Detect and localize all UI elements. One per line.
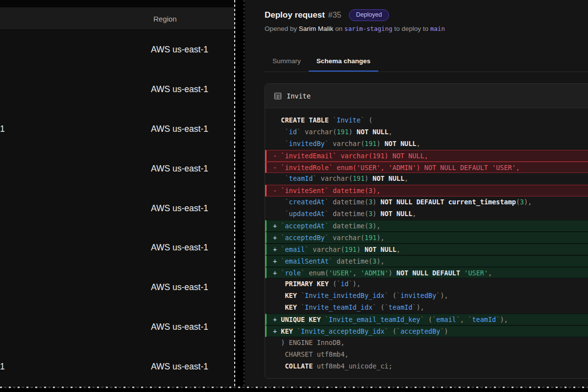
table-row[interactable]: 1AWS us-east-1 [0, 109, 234, 149]
truncated-cell-fragment: 1 [0, 362, 5, 372]
bottom-black-strip [0, 388, 588, 392]
meta-on: on [333, 25, 344, 32]
line-content: `role` enum('USER', 'ADMIN') NOT NULL DE… [281, 268, 492, 278]
table-row[interactable]: AWS us-east-1 [0, 189, 234, 228]
tab-divider [265, 72, 588, 72]
tab-bar: SummarySchema changes [265, 52, 378, 72]
diff-marker [273, 173, 281, 185]
line-content: PRIMARY KEY (`id`), [281, 278, 361, 290]
schema-line-ctx: `createdAt` datetime(3) NOT NULL DEFAULT… [265, 196, 588, 208]
schema-diff-code: CREATE TABLE `Invite` ( `id` varchar(191… [265, 108, 588, 378]
diff-marker: + [273, 268, 281, 278]
cut-line-white [234, 0, 235, 387]
screenshot-root: Region AWS us-east-1AWS us-east-11AWS us… [0, 0, 588, 392]
line-content: ) ENGINE InnoDB, [281, 337, 344, 349]
region-cell: AWS us-east-1 [151, 322, 208, 332]
table-icon [274, 92, 282, 100]
meta-opened-by: Opened by [265, 25, 299, 32]
table-row[interactable]: AWS us-east-1 [0, 268, 234, 307]
table-row[interactable]: AWS us-east-1 [0, 30, 234, 70]
schema-line-ctx: CHARSET utf8mb4, [265, 349, 588, 361]
tab-summary[interactable]: Summary [265, 52, 309, 72]
tab-schema-changes[interactable]: Schema changes [309, 52, 378, 72]
schema-line-add: + `acceptedAt` datetime(3), [265, 220, 588, 232]
schema-line-ctx: `teamId` varchar(191) NOT NULL, [265, 173, 588, 185]
line-content: CHARSET utf8mb4, [281, 349, 348, 361]
schema-line-ctx: `updatedAt` datetime(3) NOT NULL, [265, 208, 588, 220]
schema-line-add: + UNIQUE KEY `Invite_email_teamId_key` (… [265, 314, 588, 325]
diff-marker: + [273, 244, 281, 255]
line-content: COLLATE utf8mb4_unicode_ci; [281, 361, 392, 372]
schema-line-add: + `emailSentAt` datetime(3), [265, 255, 588, 267]
line-content: `inviteSent` datetime(3), [281, 185, 380, 196]
schema-line-ctx: CREATE TABLE `Invite` ( [265, 115, 588, 126]
diff-marker: - [273, 185, 281, 196]
schema-line-add: + `acceptedBy` varchar(191), [265, 232, 588, 244]
region-cell: AWS us-east-1 [151, 362, 208, 372]
region-cell: AWS us-east-1 [151, 203, 208, 214]
target-branch-link[interactable]: main [430, 25, 445, 32]
line-content: `createdAt` datetime(3) NOT NULL DEFAULT… [281, 196, 532, 208]
page-title: Deploy request [265, 10, 325, 20]
schema-panel-header: Invite [265, 84, 588, 108]
diff-marker [273, 115, 281, 126]
diff-marker [273, 302, 281, 314]
region-cell: AWS us-east-1 [151, 243, 208, 253]
schema-table-name: Invite [287, 92, 311, 100]
schema-line-ctx: KEY `Invite_invitedBy_idx` (`invitedBy`)… [265, 290, 588, 302]
diff-marker [273, 208, 281, 220]
line-content: `emailSentAt` datetime(3), [281, 256, 384, 267]
region-cell: AWS us-east-1 [151, 164, 208, 174]
diff-marker: - [273, 162, 281, 173]
schema-line-ctx: `id` varchar(191) NOT NULL, [265, 126, 588, 138]
schema-line-ctx: `invitedBy` varchar(191) NOT NULL, [265, 138, 588, 150]
schema-line-del: - `invitedRole` enum('USER', 'ADMIN') NO… [265, 162, 588, 173]
line-content: UNIQUE KEY `Invite_email_teamId_key` (`e… [281, 314, 508, 325]
table-row[interactable]: AWS us-east-1 [0, 70, 234, 109]
schema-line-ctx: COLLATE utf8mb4_unicode_ci; [265, 361, 588, 372]
schema-line-ctx: KEY `Invite_teamId_idx` (`teamId`), [265, 302, 588, 314]
diff-marker [273, 290, 281, 302]
source-branch-link[interactable]: sarim-staging [344, 25, 392, 32]
deploy-request-meta: Opened by Sarim Malik on sarim-staging t… [265, 25, 445, 32]
line-content: KEY `Invite_teamId_idx` (`teamId`), [281, 302, 424, 314]
truncated-cell-fragment: 1 [0, 124, 5, 134]
status-badge: Deployed [349, 9, 390, 21]
line-content: `id` varchar(191) NOT NULL, [281, 126, 392, 138]
author-name: Sarim Malik [299, 25, 334, 32]
table-row[interactable]: AWS us-east-1 [0, 228, 234, 268]
line-content: `invitedBy` varchar(191) NOT NULL, [281, 138, 420, 150]
line-content: `email` varchar(191) NOT NULL, [281, 244, 400, 255]
diff-marker: + [273, 232, 281, 243]
region-cell: AWS us-east-1 [151, 45, 208, 55]
table-header-row: Region [0, 7, 234, 30]
table-row[interactable]: 1AWS us-east-1 [0, 347, 234, 387]
diff-marker: - [273, 150, 281, 161]
table-row[interactable]: AWS us-east-1 [0, 149, 234, 189]
schema-line-ctx: ) ENGINE InnoDB, [265, 337, 588, 349]
left-top-strip [0, 0, 234, 7]
cut-line-dark [244, 0, 245, 387]
table-row[interactable]: AWS us-east-1 [0, 307, 234, 347]
schema-line-del: - `inviteSent` datetime(3), [265, 185, 588, 196]
diff-marker [273, 196, 281, 208]
line-content: CREATE TABLE `Invite` ( [281, 115, 372, 126]
diff-marker [273, 126, 281, 138]
schema-line-del: - `invitedEmail` varchar(191) NOT NULL, [265, 150, 588, 162]
line-content: `invitedRole` enum('USER', 'ADMIN') NOT … [281, 162, 520, 173]
diff-marker [273, 337, 281, 349]
line-content: KEY `Invite_acceptedBy_idx` (`acceptedBy… [281, 326, 448, 337]
diff-marker: + [273, 314, 281, 325]
deploy-request-number: #35 [328, 11, 342, 20]
diff-marker [273, 138, 281, 150]
region-column-header: Region [153, 14, 177, 23]
schema-line-ctx: PRIMARY KEY (`id`), [265, 278, 588, 290]
region-cell: AWS us-east-1 [151, 282, 208, 293]
meta-to-deploy-to: to deploy to [392, 25, 430, 32]
line-content: `teamId` varchar(191) NOT NULL, [281, 173, 408, 185]
line-content: KEY `Invite_invitedBy_idx` (`invitedBy`)… [281, 290, 448, 302]
line-content: `invitedEmail` varchar(191) NOT NULL, [281, 150, 428, 161]
diff-marker [273, 361, 281, 372]
line-content: `acceptedAt` datetime(3), [281, 220, 380, 231]
line-content: `acceptedBy` varchar(191), [281, 232, 384, 243]
